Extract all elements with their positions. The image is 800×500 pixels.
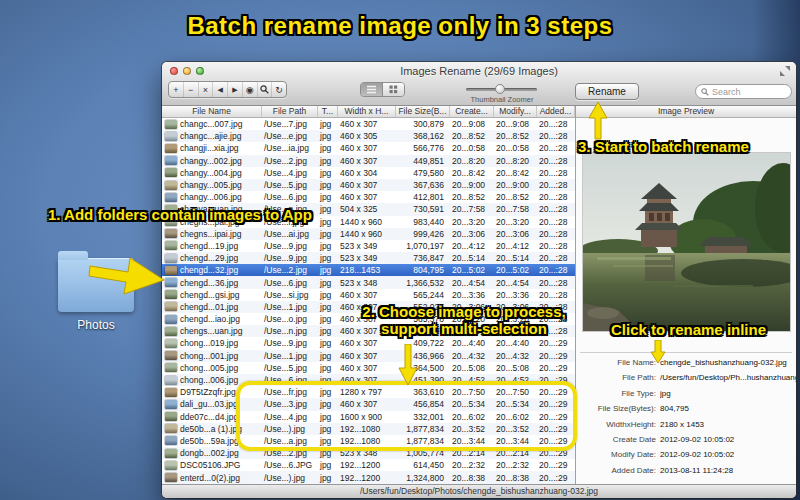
table-cell: jpg — [317, 460, 337, 470]
column-header[interactable]: Added... — [537, 106, 575, 117]
table-cell: 192...1200 — [337, 473, 395, 483]
table-row[interactable]: DSC05106.JPG/Use...6.JPGjpg192...1200614… — [162, 459, 575, 471]
table-row[interactable]: chengd...29.jpg/Use...9.jpgjpg523 x 3497… — [162, 252, 575, 264]
table-cell: 20...:28 — [536, 253, 574, 263]
table-cell: 20...8:38 — [449, 473, 493, 483]
preview-eye-button[interactable]: ◉ — [243, 82, 258, 97]
inline-rename-annotation: Click to rename inline — [611, 321, 766, 338]
fullscreen-icon[interactable] — [780, 66, 790, 76]
preview-pane: Image Preview — [575, 106, 796, 484]
table-cell: 20...:28 — [536, 204, 574, 214]
table-cell: /Use...9.jpg — [261, 241, 317, 251]
column-header[interactable]: Width x H... — [338, 106, 396, 117]
table-row[interactable]: changc...ajie.jpg/Use...e.jpgjpg460 x 30… — [162, 130, 575, 142]
delete-button[interactable]: × — [199, 82, 214, 97]
title-bar[interactable]: Images Rename (29/69 Images) — [162, 62, 796, 79]
table-row[interactable]: changc...007.jpg/Use...7.jpgjpg460 x 307… — [162, 118, 575, 130]
table-cell: 523 x 349 — [337, 241, 395, 251]
table-cell: 20...8:52 — [449, 131, 493, 141]
table-cell: jpg — [317, 253, 337, 263]
search-tool-button[interactable] — [258, 82, 273, 97]
table-cell: 20...0:58 — [449, 143, 493, 153]
step3-annotation: 3. Start to batch rename — [578, 138, 749, 155]
table-row[interactable]: chengd...32.jpg/Use...2.jpgjpg218...1453… — [162, 264, 575, 276]
column-header[interactable]: T... — [318, 106, 338, 117]
column-header[interactable]: File Size(B... — [396, 106, 450, 117]
slider-knob[interactable] — [495, 84, 505, 94]
table-cell: jpg — [317, 473, 337, 483]
table-cell: 999,426 — [395, 229, 449, 239]
table-cell: chengd...01.jpg — [177, 302, 261, 312]
table-cell: 20...9:00 — [449, 180, 493, 190]
table-row[interactable]: chong...005.jpg/Use...5.jpgjpg460 x 3073… — [162, 362, 575, 374]
list-view-button[interactable] — [361, 83, 382, 96]
multi-selection-highlight-box — [236, 381, 577, 451]
table-row[interactable]: changji...xia.jpg/Use...ia.jpgjpg460 x 3… — [162, 142, 575, 154]
table-row[interactable]: chengd...gsi.jpg/Use...si.jpgjpg460 x 30… — [162, 289, 575, 301]
file-thumbnail-icon — [165, 412, 177, 421]
search-input[interactable]: Search — [695, 84, 792, 99]
preview-file-name-value[interactable]: chengde_bishushanzhuang-032.jpg — [660, 358, 787, 367]
step3-up-arrow-icon — [588, 102, 608, 140]
refresh-button[interactable]: ↻ — [272, 82, 286, 97]
file-thumbnail-icon — [165, 327, 177, 336]
preview-field-value: /Users/fun/Desktop/Ph...hushanzhuang-032… — [660, 373, 796, 382]
table-row[interactable]: enterd...0(2).jpg/Use...).jpgjpg192...12… — [162, 471, 575, 483]
thumbnail-zoomer-slider[interactable] — [466, 88, 537, 91]
preview-field-label: File Name: — [576, 358, 656, 367]
table-cell: jpg — [317, 156, 337, 166]
file-thumbnail-icon — [165, 290, 177, 299]
table-row[interactable]: chong...001.jpg/Use...1.jpgjpg460 x 3074… — [162, 350, 575, 362]
table-cell: jpg — [317, 363, 337, 373]
table-cell: 20...4:12 — [449, 241, 493, 251]
table-row[interactable]: chegns...ipai.jpg/Use...ai.jpgjpg1440 x … — [162, 228, 575, 240]
table-cell: /Use...o.jpg — [261, 314, 317, 324]
step2-down-arrow-icon — [398, 344, 418, 386]
table-row[interactable]: chengd...36.jpg/Use...6.jpgjpg523 x 3481… — [162, 276, 575, 288]
search-placeholder: Search — [712, 87, 741, 97]
rename-button[interactable]: Rename — [575, 83, 639, 100]
next-button[interactable]: ▶ — [228, 82, 243, 97]
table-row[interactable]: changy...005.jpg/Use...5.jpgjpg460 x 307… — [162, 179, 575, 191]
file-thumbnail-icon — [165, 363, 177, 372]
column-header[interactable]: File Name — [162, 106, 262, 117]
table-cell: chegns...ipai.jpg — [177, 229, 261, 239]
table-cell: 20...5:08 — [449, 363, 493, 373]
file-thumbnail-icon — [165, 449, 177, 458]
table-row[interactable]: changy...004.jpg/Use...4.jpgjpg460 x 304… — [162, 167, 575, 179]
remove-button[interactable]: − — [184, 82, 199, 97]
table-row[interactable]: changy...006.jpg/Use...6.jpgjpg460 x 307… — [162, 191, 575, 203]
table-row[interactable]: chong...019.jpg/Use...9.jpgjpg460 x 3074… — [162, 337, 575, 349]
table-cell: 20...5:08 — [493, 363, 536, 373]
column-header[interactable]: Create... — [450, 106, 494, 117]
table-cell: 20...:28 — [536, 278, 574, 288]
table-cell: 20...8:52 — [493, 192, 536, 202]
table-cell: 983,440 — [395, 217, 449, 227]
table-cell: 20...:29 — [536, 351, 574, 361]
file-thumbnail-icon — [165, 339, 177, 348]
add-button[interactable]: + — [169, 82, 184, 97]
file-thumbnail-icon — [165, 278, 177, 287]
grid-view-button[interactable] — [382, 83, 404, 96]
preview-field: File Path:/Users/fun/Desktop/Ph...hushan… — [576, 373, 796, 382]
table-cell: jpg — [317, 168, 337, 178]
preview-field-label: File Size(Bytes): — [576, 404, 656, 413]
column-header[interactable]: Modify... — [494, 106, 537, 117]
table-row[interactable]: chengd...19.jpg/Use...9.jpgjpg523 x 3491… — [162, 240, 575, 252]
table-cell: 300,879 — [395, 119, 449, 129]
file-thumbnail-icon — [165, 376, 177, 385]
table-cell: changy...006.jpg — [177, 192, 261, 202]
previous-button[interactable]: ◀ — [213, 82, 228, 97]
table-cell: 20...:28 — [536, 131, 574, 141]
file-thumbnail-icon — [165, 400, 177, 409]
photos-folder-label: Photos — [38, 318, 154, 332]
table-cell: /Use...9.jpg — [261, 253, 317, 263]
table-cell: 20...:28 — [536, 192, 574, 202]
table-row[interactable]: changy...002.jpg/Use...2.jpgjpg460 x 307… — [162, 155, 575, 167]
table-cell: 20...:28 — [536, 217, 574, 227]
table-cell: 730,591 — [395, 204, 449, 214]
table-cell: chengd...19.jpg — [177, 241, 261, 251]
preview-field-label: File Type: — [576, 389, 656, 398]
column-header[interactable]: File Path — [262, 106, 318, 117]
preview-field: File Type:jpg — [576, 389, 796, 398]
